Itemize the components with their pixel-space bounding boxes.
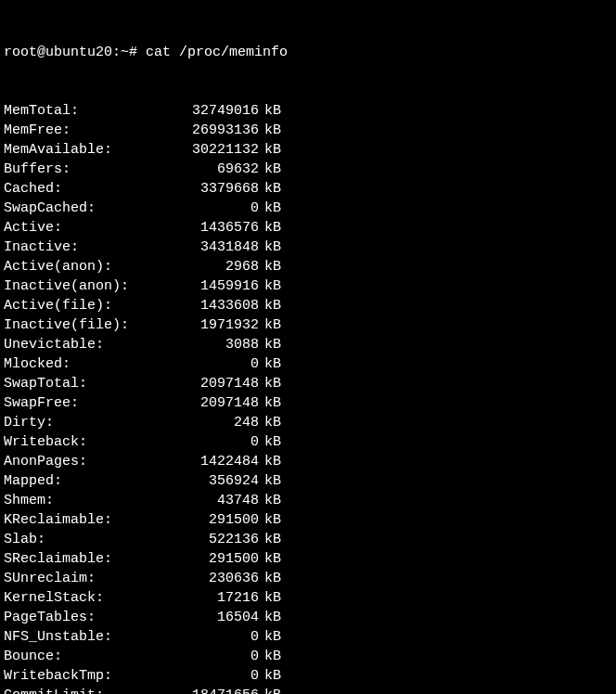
- meminfo-row: MemAvailable:30221132kB: [4, 140, 612, 160]
- meminfo-unit: kB: [259, 569, 281, 588]
- meminfo-unit: kB: [259, 510, 281, 530]
- meminfo-value: 1971932: [152, 315, 259, 335]
- meminfo-unit: kB: [259, 296, 281, 315]
- meminfo-unit: kB: [259, 276, 281, 296]
- meminfo-row: AnonPages:1422484kB: [4, 452, 612, 471]
- meminfo-row: SwapCached:0kB: [4, 199, 612, 218]
- meminfo-row: KernelStack:17216kB: [4, 588, 612, 608]
- terminal-output: root@ubuntu20:~# cat /proc/meminfo MemTo…: [4, 4, 612, 694]
- meminfo-value: 1459916: [152, 276, 259, 296]
- meminfo-value: 2097148: [152, 393, 259, 413]
- meminfo-unit: kB: [259, 647, 281, 666]
- meminfo-label: Shmem:: [4, 491, 152, 510]
- meminfo-unit: kB: [259, 471, 281, 491]
- meminfo-row: Inactive(file):1971932kB: [4, 315, 612, 335]
- meminfo-row: Writeback:0kB: [4, 432, 612, 452]
- meminfo-label: Mlocked:: [4, 354, 152, 374]
- meminfo-unit: kB: [259, 393, 281, 413]
- meminfo-row: Unevictable:3088kB: [4, 335, 612, 354]
- meminfo-unit: kB: [259, 199, 281, 218]
- meminfo-unit: kB: [259, 530, 281, 549]
- meminfo-row: Active(file):1433608kB: [4, 296, 612, 315]
- meminfo-label: Cached:: [4, 179, 152, 199]
- meminfo-row: SwapFree:2097148kB: [4, 393, 612, 413]
- meminfo-unit: kB: [259, 140, 281, 160]
- meminfo-unit: kB: [259, 374, 281, 393]
- meminfo-row: Bounce:0kB: [4, 647, 612, 666]
- meminfo-row: CommitLimit:18471656kB: [4, 686, 612, 694]
- meminfo-value: 248: [152, 413, 259, 432]
- meminfo-row: NFS_Unstable:0kB: [4, 627, 612, 647]
- meminfo-row: MemTotal:32749016kB: [4, 101, 612, 121]
- meminfo-row: SReclaimable:291500kB: [4, 549, 612, 569]
- meminfo-label: MemAvailable:: [4, 140, 152, 160]
- meminfo-unit: kB: [259, 413, 281, 432]
- meminfo-value: 0: [152, 354, 259, 374]
- meminfo-row: Active:1436576kB: [4, 218, 612, 238]
- meminfo-value: 43748: [152, 491, 259, 510]
- meminfo-value: 1433608: [152, 296, 259, 315]
- meminfo-value: 1436576: [152, 218, 259, 238]
- meminfo-label: Inactive:: [4, 238, 152, 257]
- meminfo-row: Shmem:43748kB: [4, 491, 612, 510]
- meminfo-label: Dirty:: [4, 413, 152, 432]
- meminfo-value: 0: [152, 647, 259, 666]
- meminfo-value: 2968: [152, 257, 259, 276]
- meminfo-label: SwapFree:: [4, 393, 152, 413]
- meminfo-value: 1422484: [152, 452, 259, 471]
- meminfo-value: 2097148: [152, 374, 259, 393]
- meminfo-unit: kB: [259, 588, 281, 608]
- meminfo-unit: kB: [259, 335, 281, 354]
- prompt-line: root@ubuntu20:~# cat /proc/meminfo: [4, 43, 612, 62]
- meminfo-label: CommitLimit:: [4, 686, 152, 694]
- command-text: cat /proc/meminfo: [146, 43, 288, 62]
- meminfo-value: 17216: [152, 588, 259, 608]
- meminfo-value: 0: [152, 627, 259, 647]
- meminfo-value: 230636: [152, 569, 259, 588]
- meminfo-value: 0: [152, 199, 259, 218]
- meminfo-label: MemFree:: [4, 121, 152, 140]
- meminfo-row: Mlocked:0kB: [4, 354, 612, 374]
- meminfo-label: Active:: [4, 218, 152, 238]
- meminfo-value: 291500: [152, 549, 259, 569]
- meminfo-row: Inactive(anon):1459916kB: [4, 276, 612, 296]
- meminfo-value: 30221132: [152, 140, 259, 160]
- meminfo-row: PageTables:16504kB: [4, 608, 612, 627]
- meminfo-label: Active(anon):: [4, 257, 152, 276]
- meminfo-value: 3431848: [152, 238, 259, 257]
- meminfo-row: KReclaimable:291500kB: [4, 510, 612, 530]
- meminfo-unit: kB: [259, 686, 281, 694]
- meminfo-label: SwapCached:: [4, 199, 152, 218]
- meminfo-row: Cached:3379668kB: [4, 179, 612, 199]
- meminfo-unit: kB: [259, 101, 281, 121]
- meminfo-rows: MemTotal:32749016kBMemFree:26993136kBMem…: [4, 101, 612, 694]
- meminfo-unit: kB: [259, 627, 281, 647]
- meminfo-unit: kB: [259, 218, 281, 238]
- meminfo-unit: kB: [259, 666, 281, 686]
- meminfo-label: Slab:: [4, 530, 152, 549]
- meminfo-value: 32749016: [152, 101, 259, 121]
- meminfo-unit: kB: [259, 238, 281, 257]
- meminfo-label: NFS_Unstable:: [4, 627, 152, 647]
- meminfo-value: 3379668: [152, 179, 259, 199]
- meminfo-label: Bounce:: [4, 647, 152, 666]
- meminfo-unit: kB: [259, 491, 281, 510]
- meminfo-value: 356924: [152, 471, 259, 491]
- meminfo-value: 16504: [152, 608, 259, 627]
- meminfo-value: 522136: [152, 530, 259, 549]
- meminfo-label: MemTotal:: [4, 101, 152, 121]
- meminfo-label: SwapTotal:: [4, 374, 152, 393]
- meminfo-unit: kB: [259, 315, 281, 335]
- meminfo-row: SwapTotal:2097148kB: [4, 374, 612, 393]
- meminfo-unit: kB: [259, 608, 281, 627]
- meminfo-row: Slab:522136kB: [4, 530, 612, 549]
- meminfo-row: WritebackTmp:0kB: [4, 666, 612, 686]
- meminfo-label: Writeback:: [4, 432, 152, 452]
- meminfo-value: 0: [152, 666, 259, 686]
- meminfo-row: Mapped:356924kB: [4, 471, 612, 491]
- meminfo-row: Inactive:3431848kB: [4, 238, 612, 257]
- meminfo-label: SReclaimable:: [4, 549, 152, 569]
- meminfo-value: 291500: [152, 510, 259, 530]
- meminfo-row: Active(anon):2968kB: [4, 257, 612, 276]
- meminfo-row: SUnreclaim:230636kB: [4, 569, 612, 588]
